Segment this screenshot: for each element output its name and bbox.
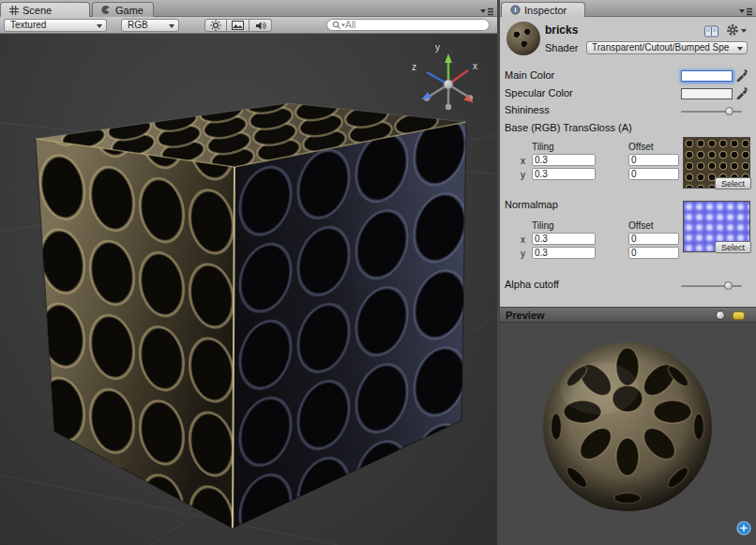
alpha-cutoff-label: Alpha cutoff	[505, 279, 559, 290]
scene-fx-toggle[interactable]	[227, 19, 249, 32]
shader-value: Transparent/Cutout/Bumped Spe	[592, 42, 729, 53]
normalmap-select-button[interactable]: Select	[715, 241, 751, 253]
color-mode-value: RGB	[128, 20, 148, 30]
base-offset-y-input[interactable]	[628, 168, 679, 180]
preview-sphere-toggle-icon[interactable]	[716, 310, 725, 320]
chevron-down-icon	[169, 24, 174, 28]
preview-zoom-plus-button[interactable]	[737, 522, 750, 535]
scene-tabbar: Scene Game	[0, 0, 497, 17]
base-y-label: y	[521, 170, 525, 180]
base-select-button[interactable]: Select	[715, 177, 751, 189]
base-x-label: x	[521, 156, 525, 166]
alpha-cutoff-slider[interactable]	[681, 285, 742, 287]
inspector-tabbar: i Inspector	[500, 0, 756, 17]
scene-lighting-toggle[interactable]	[204, 19, 227, 32]
tab-scene[interactable]: Scene	[0, 2, 90, 17]
shader-dropdown[interactable]: Transparent/Cutout/Bumped Spe	[586, 41, 748, 54]
shininess-slider-thumb[interactable]	[725, 107, 733, 115]
tab-inspector[interactable]: i Inspector	[501, 2, 585, 17]
help-book-icon[interactable]	[704, 24, 718, 41]
specular-color-swatch[interactable]	[681, 88, 733, 99]
base-tiling-x-input[interactable]	[532, 154, 596, 166]
inspector-pane: i Inspector bricks	[500, 0, 756, 545]
gizmo-y-label: y	[435, 42, 440, 53]
chevron-down-icon	[737, 47, 743, 51]
speaker-icon	[255, 21, 266, 31]
shininess-label: Shininess	[505, 104, 550, 115]
eyedropper-icon[interactable]	[735, 86, 748, 99]
gizmo-stub[interactable]	[446, 104, 451, 110]
normal-offset-header: Offset	[628, 220, 654, 231]
search-icon	[332, 21, 345, 30]
cube-left-holes	[36, 139, 234, 528]
preview-title: Preview	[506, 310, 545, 321]
scene-audio-toggle[interactable]	[249, 19, 272, 32]
scene-pane: Scene Game Textured RGB	[0, 0, 497, 545]
tab-scene-label: Scene	[23, 5, 52, 16]
gizmo-x-label: x	[473, 61, 477, 71]
chevron-down-icon	[97, 24, 102, 28]
svg-text:i: i	[514, 6, 516, 14]
normal-tiling-y-input[interactable]	[532, 247, 596, 259]
cube-right-holes	[233, 122, 466, 528]
tab-inspector-label: Inspector	[524, 5, 567, 16]
material-preview-area[interactable]	[500, 323, 756, 545]
base-tiling-header: Tiling	[532, 142, 554, 152]
tab-game-label: Game	[115, 5, 144, 16]
eyedropper-icon[interactable]	[735, 68, 748, 82]
inspector-icon: i	[510, 5, 521, 15]
scene-pane-menu-icon[interactable]	[480, 4, 493, 14]
inspector-pane-menu-icon[interactable]	[739, 4, 752, 14]
normal-x-label: x	[521, 235, 525, 245]
gear-icon[interactable]	[726, 23, 739, 40]
chevron-down-icon[interactable]	[741, 29, 747, 33]
shininess-slider[interactable]	[681, 111, 742, 113]
normal-offset-x-input[interactable]	[628, 233, 679, 245]
normalmap-label: Normalmap	[505, 199, 558, 210]
base-offset-header: Offset	[628, 142, 654, 152]
draw-mode-value: Textured	[10, 20, 46, 30]
search-input[interactable]	[345, 20, 458, 30]
color-mode-dropdown[interactable]: RGB	[121, 19, 179, 32]
unity-editor-window: Scene Game Textured RGB	[0, 0, 756, 545]
base-map-label: Base (RGB) TransGloss (A)	[505, 122, 632, 133]
base-tiling-y-input[interactable]	[532, 168, 596, 180]
scene-toolbar: Textured RGB	[0, 17, 497, 34]
base-offset-x-input[interactable]	[628, 154, 679, 166]
gizmo-center[interactable]	[444, 80, 453, 89]
material-preview-ball-icon	[507, 22, 540, 55]
scene-gizmo[interactable]: y x z	[412, 42, 477, 110]
gizmo-z-label: z	[412, 62, 416, 72]
normal-tiling-header: Tiling	[532, 220, 554, 231]
image-icon	[232, 21, 244, 30]
scene-grid-icon	[9, 6, 19, 15]
game-icon	[101, 5, 112, 15]
tab-game[interactable]: Game	[92, 2, 154, 17]
normal-y-label: y	[521, 249, 525, 259]
main-color-label: Main Color	[505, 69, 554, 81]
sun-icon	[210, 20, 221, 31]
main-color-swatch[interactable]	[681, 70, 733, 82]
cube-object[interactable]	[36, 88, 466, 528]
normal-tiling-x-input[interactable]	[532, 233, 596, 245]
scene-search-field[interactable]	[326, 19, 490, 31]
material-name: bricks	[545, 23, 578, 37]
normal-offset-y-input[interactable]	[628, 247, 679, 259]
preview-light-toggle-icon[interactable]	[733, 311, 745, 320]
alpha-cutoff-slider-thumb[interactable]	[724, 281, 733, 290]
specular-color-label: Specular Color	[505, 87, 573, 98]
shader-label: Shader	[545, 42, 578, 53]
scene-viewport[interactable]: y x z	[0, 34, 497, 545]
draw-mode-dropdown[interactable]: Textured	[4, 19, 107, 32]
